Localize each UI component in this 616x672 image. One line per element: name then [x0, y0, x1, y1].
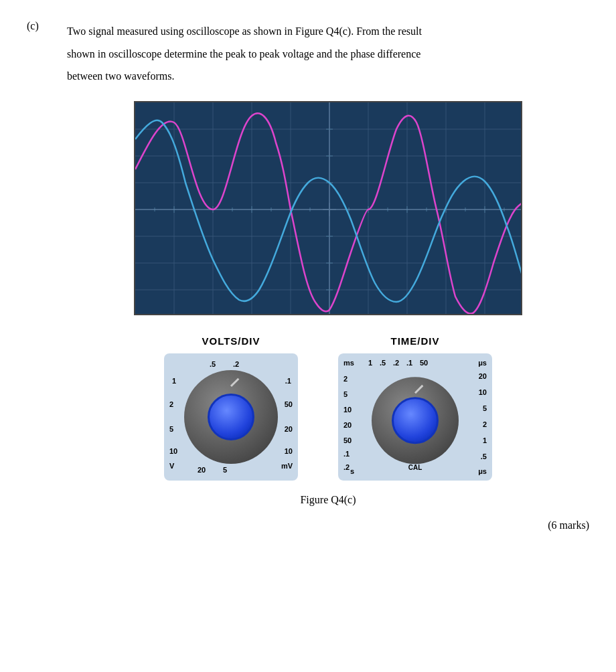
label-05t: .5 — [380, 359, 386, 367]
figure-caption-text: Figure Q4(c) — [300, 494, 356, 505]
part-label: (c) — [27, 20, 54, 88]
time-div-group: TIME/DIV ms 1 .5 .2 .1 50 μs 2 5 10 20 5… — [338, 335, 492, 481]
label-s: s — [350, 467, 354, 475]
label-20t: 20 — [343, 421, 352, 429]
label-2t: 2 — [343, 375, 348, 383]
text-line3: between two waveforms. — [67, 70, 174, 82]
label-10v-left: 10 — [169, 447, 177, 455]
label-2t-right: 2 — [483, 420, 487, 428]
label-05: .5 — [210, 360, 216, 368]
label-10v-right: 10 — [285, 447, 293, 455]
label-5t: 5 — [343, 390, 348, 398]
controls-section: VOLTS/DIV .5 .2 1 2 5 10 V .1 50 20 10 m… — [67, 335, 589, 481]
oscilloscope-svg — [135, 102, 522, 315]
label-mv: mV — [281, 462, 293, 470]
label-1t-right: 1 — [483, 436, 487, 444]
label-v: V — [169, 462, 174, 470]
label-2v: 2 — [169, 400, 173, 408]
label-us-bot: μs — [478, 467, 487, 475]
label-us-top: μs — [478, 359, 487, 367]
label-1t: 1 — [368, 359, 372, 367]
oscilloscope-screen — [134, 101, 522, 315]
label-01t-left: .1 — [343, 450, 350, 458]
label-1v: 1 — [172, 377, 176, 385]
time-div-title: TIME/DIV — [390, 335, 439, 347]
label-02t-left: .2 — [343, 463, 350, 471]
label-50t: 50 — [420, 359, 428, 367]
label-01t: .1 — [406, 359, 412, 367]
marks: (6 marks) — [27, 519, 589, 531]
label-20t-right: 20 — [479, 372, 487, 380]
text-line2: shown in oscilloscope determine the peak… — [67, 48, 420, 60]
label-02: .2 — [233, 360, 239, 368]
label-01: .1 — [285, 377, 291, 385]
time-knob-marker — [414, 385, 423, 394]
label-05t-right: .5 — [481, 452, 487, 460]
oscilloscope-container — [67, 101, 589, 315]
marks-text: (6 marks) — [548, 519, 589, 531]
label-10t-right: 10 — [479, 388, 487, 396]
label-10t: 10 — [343, 406, 352, 414]
figure-caption: Figure Q4(c) — [67, 494, 589, 506]
label-20-bot: 20 — [198, 466, 206, 474]
volts-div-panel: .5 .2 1 2 5 10 V .1 50 20 10 mV 20 5 — [164, 353, 298, 481]
volts-knob-marker — [230, 377, 239, 386]
time-div-panel: ms 1 .5 .2 .1 50 μs 2 5 10 20 50 .1 .2 s… — [338, 353, 492, 481]
question-text: Two signal measured using oscilloscope a… — [67, 20, 589, 88]
label-5-bot: 5 — [223, 466, 227, 474]
label-ms: ms — [343, 359, 354, 367]
volts-knob-inner — [208, 394, 254, 440]
question-part-c: (c) Two signal measured using oscillosco… — [27, 20, 589, 88]
volts-div-title: VOLTS/DIV — [202, 335, 260, 347]
label-5t-right: 5 — [483, 404, 487, 412]
cal-text: CAL — [408, 464, 422, 471]
label-50t-left: 50 — [343, 436, 352, 444]
volts-div-group: VOLTS/DIV .5 .2 1 2 5 10 V .1 50 20 10 m… — [164, 335, 298, 481]
label-02t: .2 — [393, 359, 399, 367]
text-line1: Two signal measured using oscilloscope a… — [67, 25, 422, 37]
label-20: 20 — [285, 425, 293, 433]
volts-knob[interactable] — [184, 370, 278, 464]
time-knob-inner — [392, 397, 439, 444]
label-50: 50 — [285, 400, 293, 408]
time-knob[interactable] — [372, 377, 459, 464]
label-5v: 5 — [169, 425, 173, 433]
